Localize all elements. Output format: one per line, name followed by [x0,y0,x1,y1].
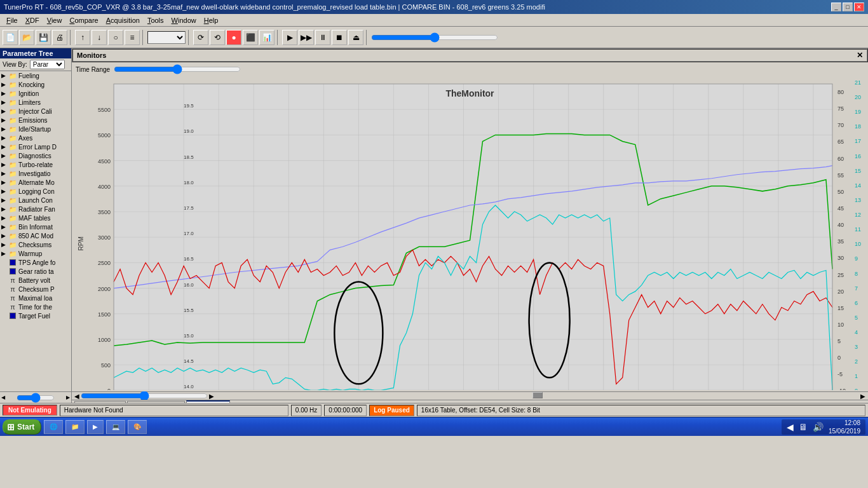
tb-slider[interactable] [371,32,498,43]
taskbar-app-folder[interactable]: 📁 [65,420,85,434]
menu-compare[interactable]: Compare [65,15,102,25]
tb-btn9[interactable]: ⟳ [193,30,208,45]
minimize-button[interactable]: _ [831,3,841,11]
tree-item-20[interactable]: ▶ 📁Warmup [0,249,71,258]
tab-monitors[interactable]: Monitors [186,400,229,403]
tree-scroll-left[interactable]: ◀ [1,395,5,400]
tb-dropdown[interactable] [147,31,186,44]
tree-item-label: Bin Informat [18,224,53,231]
tb-save[interactable]: 💾 [36,30,51,45]
svg-text:60: 60 [837,156,844,162]
tb-eject[interactable]: ⏏ [348,30,363,45]
tree-item-15[interactable]: ▶ 📁Radiator Fan [0,205,71,214]
tb-stop[interactable]: ⏹ [332,30,347,45]
close-button[interactable]: ✕ [854,3,864,11]
tree-item-9[interactable]: ▶ 📁Diagnostics [0,151,71,160]
tree-item-22[interactable]: Gear ratio ta [0,267,71,276]
tb-btn6[interactable]: ↓ [92,30,107,45]
tree-item-2[interactable]: ▶ 📁Ignition [0,89,71,98]
taskbar-app-cpu[interactable]: 💻 [106,420,125,434]
tree-item-12[interactable]: ▶ 📁Alternate Mo [0,178,71,187]
maximize-button[interactable]: □ [843,3,853,11]
tb-play[interactable]: ▶ [282,30,297,45]
time-range-label: Time Range [76,66,110,73]
taskbar-app-media[interactable]: ▶ [87,420,104,434]
tb-btn10[interactable]: ⟲ [210,30,225,45]
svg-text:75: 75 [837,105,844,112]
menu-window[interactable]: Window [168,15,200,25]
svg-text:15.5: 15.5 [184,308,194,313]
tree-item-6[interactable]: ▶ 📁Idle/Startup [0,125,71,133]
tree-item-4[interactable]: ▶ 📁Injector Cali [0,107,71,116]
tree-item-16[interactable]: ▶ 📁MAF tables [0,214,71,222]
tree-scroll-right[interactable]: ▶ [66,395,70,400]
tree-scroll-slider[interactable] [17,395,55,400]
tree-item-24[interactable]: πChecksum P [0,285,71,294]
svg-text:15: 15 [855,168,861,174]
tree-item-26[interactable]: πTime for the [0,302,71,311]
svg-text:25: 25 [837,272,844,278]
tree-item-11[interactable]: ▶ 📁Investigatio [0,169,71,178]
time-range-slider[interactable] [114,64,241,74]
tree-item-10[interactable]: ▶ 📁Turbo-relate [0,160,71,169]
tb-btn7[interactable]: ○ [108,30,123,45]
tb-btn12[interactable]: ⬛ [243,30,258,45]
view-by-select[interactable]: Parar [30,60,65,69]
tb-btn5[interactable]: ↑ [75,30,90,45]
svg-text:10: 10 [837,322,844,328]
tree-item-3[interactable]: ▶ 📁Limiters [0,98,71,107]
expand-icon: ▶ [1,99,8,105]
pi-icon: π [8,294,17,302]
folder-icon: 📁 [8,170,17,177]
expand-icon: ▶ [1,72,8,79]
tree-item-21[interactable]: TPS Angle fo [0,258,71,267]
taskbar-app-ie[interactable]: 🌐 [44,420,63,434]
start-button[interactable]: ⊞ Start [3,419,41,435]
tree-item-18[interactable]: ▶ 📁850 AC Mod [0,231,71,240]
tb-btn4[interactable]: 🖨 [52,30,67,45]
main-layout: Parameter Tree View By: Parar ▶ 📁Fueling… [0,48,868,403]
scroll-right-btn[interactable]: ▶ [209,393,214,400]
tab-dashboards[interactable]: Dashboards [74,401,126,403]
svg-text:55: 55 [837,172,844,179]
tab-history-tables[interactable]: History Tables [127,401,185,403]
tree-item-label: Injector Cali [18,108,52,115]
tree-item-8[interactable]: ▶ 📁Error Lamp D [0,142,71,151]
menu-file[interactable]: File [3,15,22,25]
svg-text:RPM: RPM [78,236,85,250]
tb-new[interactable]: 📄 [3,30,18,45]
tree-item-13[interactable]: ▶ 📁Logging Con [0,187,71,196]
monitors-close-icon[interactable]: ✕ [857,51,863,60]
tree-item-7[interactable]: ▶ 📁Axes [0,133,71,142]
tree-item-label: Warmup [18,250,42,257]
folder-icon: 📁 [8,196,17,204]
taskbar-app-color[interactable]: 🎨 [128,420,147,434]
tree-item-0[interactable]: ▶ 📁Fueling [0,71,71,80]
tb-btn11[interactable]: ● [226,30,241,45]
menu-acquisition[interactable]: Acquisition [102,15,144,25]
tree-item-25[interactable]: πMaximal loa [0,294,71,302]
pi-icon: π [8,276,17,284]
menu-xdf[interactable]: XDF [22,15,43,25]
tree-item-17[interactable]: ▶ 📁Bin Informat [0,222,71,231]
svg-text:16.5: 16.5 [184,256,194,262]
tb-play2[interactable]: ▶▶ [299,30,314,45]
menu-view[interactable]: View [43,15,66,25]
tree-item-5[interactable]: ▶ 📁Emissions [0,116,71,125]
tree-item-14[interactable]: ▶ 📁Launch Con [0,196,71,205]
scroll-right-btn2[interactable]: ▶ [860,393,865,400]
tree-items: ▶ 📁Fueling▶ 📁Knocking▶ 📁Ignition▶ 📁Limit… [0,71,71,391]
menu-tools[interactable]: Tools [144,15,168,25]
tree-item-1[interactable]: ▶ 📁Knocking [0,80,71,89]
tree-item-23[interactable]: πBattery volt [0,276,71,285]
tb-open[interactable]: 📂 [19,30,34,45]
bottom-scroll-slider[interactable] [81,393,208,398]
menu-help[interactable]: Help [200,15,222,25]
tree-item-27[interactable]: Target Fuel [0,311,71,320]
tb-pause[interactable]: ⏸ [315,30,330,45]
tb-chart[interactable]: 📊 [259,30,275,45]
tree-item-19[interactable]: ▶ 📁Checksums [0,240,71,249]
scroll-left-btn[interactable]: ◀ [74,393,79,400]
tb-btn8[interactable]: ≡ [125,30,140,45]
scroll-thumb[interactable] [532,392,543,398]
